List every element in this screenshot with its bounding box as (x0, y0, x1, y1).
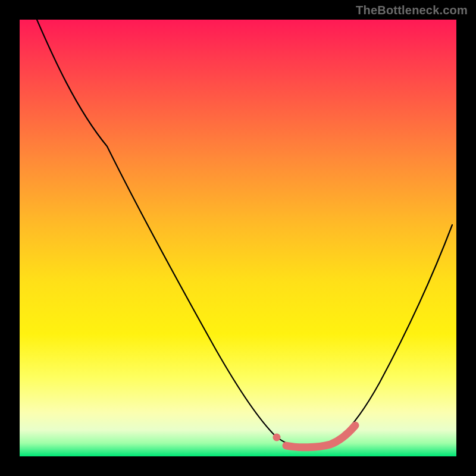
highlight-dot-left (273, 434, 281, 441)
bottleneck-curve (37, 20, 452, 447)
chart-canvas: TheBottleneck.com (0, 0, 476, 476)
highlight-segment (286, 425, 355, 447)
plot-area (20, 20, 456, 456)
curve-layer (20, 20, 456, 456)
watermark-text: TheBottleneck.com (356, 4, 468, 17)
